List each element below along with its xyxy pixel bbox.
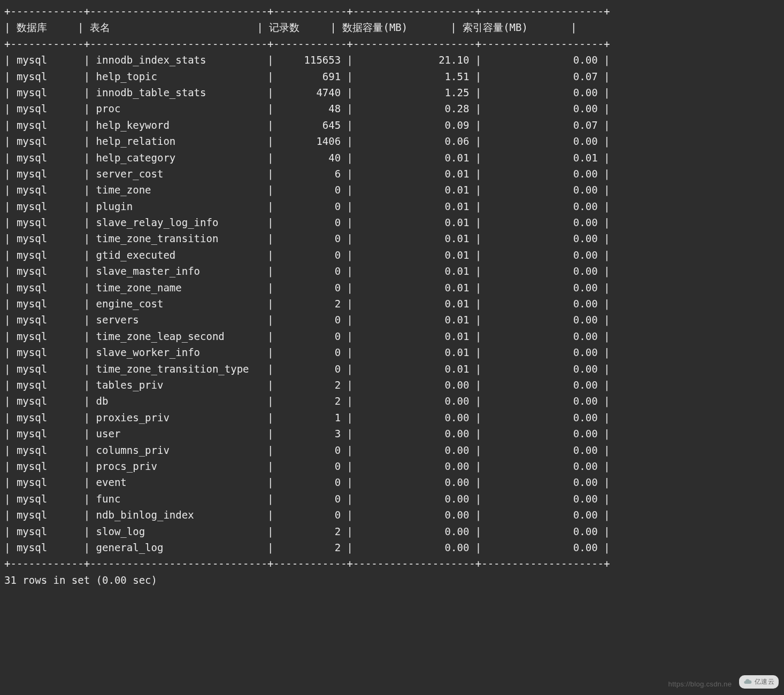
mysql-result-table: +------------+--------------------------…	[4, 3, 780, 572]
cloud-icon	[743, 677, 752, 686]
watermark-url: https://blog.csdn.ne	[668, 679, 732, 688]
watermark: https://blog.csdn.ne 亿速云	[668, 675, 779, 690]
result-footer: 31 rows in set (0.00 sec)	[4, 572, 780, 588]
watermark-badge: 亿速云	[739, 675, 779, 689]
